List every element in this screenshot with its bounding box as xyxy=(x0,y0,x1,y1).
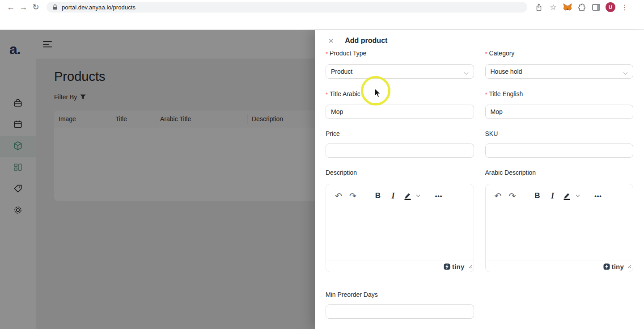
description-editor: ↶ ↷ B I xyxy=(326,184,474,272)
chevron-down-icon xyxy=(623,69,628,76)
browser-back-button[interactable]: ← xyxy=(4,1,17,13)
editor-toolbar: ↶ ↷ B I xyxy=(326,184,474,207)
title-english-label: Title English xyxy=(489,90,523,97)
price-label: Price xyxy=(326,130,340,137)
field-min-preorder-days: Min Preorder Days xyxy=(326,290,474,319)
redo-icon[interactable]: ↷ xyxy=(505,189,520,203)
required-mark: * xyxy=(326,51,328,57)
extensions-puzzle-icon[interactable] xyxy=(576,1,588,13)
title-english-input[interactable] xyxy=(485,105,634,119)
field-arabic-description: Arabic Description ↶ ↷ B I xyxy=(485,168,634,272)
undo-icon[interactable]: ↶ xyxy=(331,189,346,203)
profile-avatar[interactable]: U xyxy=(604,1,617,13)
description-editor-area[interactable] xyxy=(326,207,474,261)
field-description: Description ↶ ↷ B I xyxy=(326,168,474,272)
title-arabic-label: Title Arabic xyxy=(330,90,360,97)
tinymce-logo[interactable]: tiny xyxy=(603,263,624,270)
bold-button[interactable]: B xyxy=(371,189,385,203)
sku-input[interactable] xyxy=(485,143,634,158)
mouse-cursor xyxy=(374,88,381,100)
redo-icon[interactable]: ↷ xyxy=(346,189,360,203)
field-title-english: * Title English xyxy=(485,89,634,119)
editor-statusbar: tiny xyxy=(326,261,474,272)
italic-button[interactable]: I xyxy=(386,189,400,203)
required-mark: * xyxy=(485,51,487,57)
title-arabic-input[interactable] xyxy=(326,105,474,119)
category-value: House hold xyxy=(491,68,522,75)
field-price: Price xyxy=(326,129,474,158)
min-preorder-days-label: Min Preorder Days xyxy=(326,291,378,298)
add-product-drawer: × Add product * Product Type Product xyxy=(315,30,644,329)
screen: ← → ↻ portal.dev.anyaa.io/products ☆ xyxy=(0,0,644,329)
lock-icon xyxy=(52,4,58,10)
highlight-color-button[interactable] xyxy=(400,189,415,203)
arabic-description-editor-area[interactable] xyxy=(486,207,633,261)
product-type-value: Product xyxy=(331,68,352,75)
required-mark: * xyxy=(326,91,328,98)
close-icon[interactable]: × xyxy=(328,37,334,44)
modal-overlay[interactable] xyxy=(0,30,315,329)
highlight-color-dropdown-icon[interactable] xyxy=(574,189,581,203)
product-type-select[interactable]: Product xyxy=(326,64,474,79)
field-sku: SKU xyxy=(485,129,634,158)
required-mark: * xyxy=(485,91,487,98)
resize-handle[interactable] xyxy=(627,262,631,270)
arabic-description-label: Arabic Description xyxy=(485,169,536,176)
min-preorder-days-input[interactable] xyxy=(326,304,474,319)
browser-forward-button[interactable]: → xyxy=(17,1,30,13)
category-label: Category xyxy=(489,51,515,57)
browser-reload-button[interactable]: ↻ xyxy=(30,1,42,13)
editor-toolbar: ↶ ↷ B I xyxy=(486,184,633,207)
browser-toolbar: ← → ↻ portal.dev.anyaa.io/products ☆ xyxy=(0,0,644,30)
bold-button[interactable]: B xyxy=(530,189,545,203)
drawer-title: Add product xyxy=(345,37,387,45)
browser-menu-icon[interactable]: ⋮ xyxy=(619,1,631,13)
more-toolbar-icon[interactable]: ••• xyxy=(432,189,446,203)
product-type-label: Product Type xyxy=(330,51,366,57)
description-label: Description xyxy=(326,169,357,176)
address-bar[interactable]: portal.dev.anyaa.io/products xyxy=(47,2,527,13)
drawer-header: × Add product xyxy=(315,30,644,51)
resize-handle[interactable] xyxy=(468,262,472,270)
chevron-down-icon xyxy=(464,69,469,76)
web-page: a. xyxy=(0,30,644,329)
field-product-type: * Product Type Product xyxy=(326,51,474,79)
url-text: portal.dev.anyaa.io/products xyxy=(62,4,136,11)
bookmark-star-icon[interactable]: ☆ xyxy=(547,1,559,13)
category-select[interactable]: House hold xyxy=(485,64,634,79)
undo-icon[interactable]: ↶ xyxy=(491,189,505,203)
sku-label: SKU xyxy=(485,130,498,137)
editor-statusbar: tiny xyxy=(486,261,633,272)
share-icon[interactable] xyxy=(533,1,545,13)
side-panel-icon[interactable] xyxy=(590,1,602,13)
more-toolbar-icon[interactable]: ••• xyxy=(591,189,606,203)
field-category: * Category House hold xyxy=(485,51,634,79)
italic-button[interactable]: I xyxy=(546,189,560,203)
price-input[interactable] xyxy=(326,143,474,158)
highlight-color-button[interactable] xyxy=(560,189,574,203)
tinymce-logo[interactable]: tiny xyxy=(444,263,464,270)
field-title-arabic: * Title Arabic xyxy=(326,89,474,119)
metamask-extension-icon[interactable] xyxy=(561,1,574,13)
arabic-description-editor: ↶ ↷ B I xyxy=(485,184,634,272)
highlight-color-dropdown-icon[interactable] xyxy=(415,189,422,203)
